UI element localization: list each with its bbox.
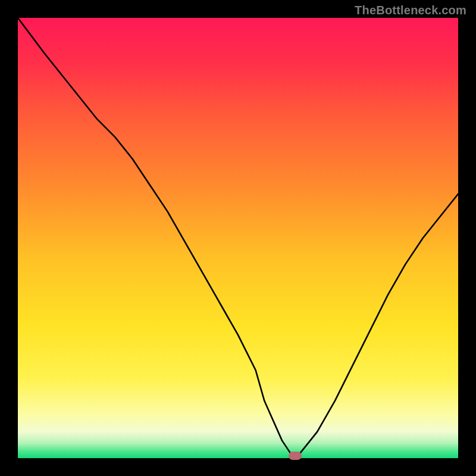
plot-area <box>18 18 458 458</box>
optimal-point-marker <box>289 452 302 460</box>
chart-stage: TheBottleneck.com <box>0 0 476 476</box>
watermark-text: TheBottleneck.com <box>355 4 466 17</box>
bottleneck-curve <box>18 18 458 458</box>
